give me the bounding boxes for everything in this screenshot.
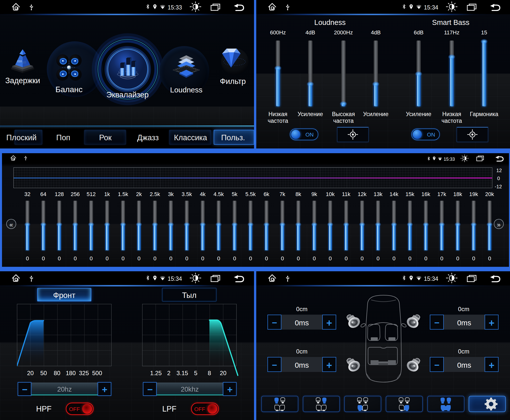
svg-text:010: 010 bbox=[17, 60, 22, 63]
svg-text:101: 101 bbox=[22, 61, 26, 64]
